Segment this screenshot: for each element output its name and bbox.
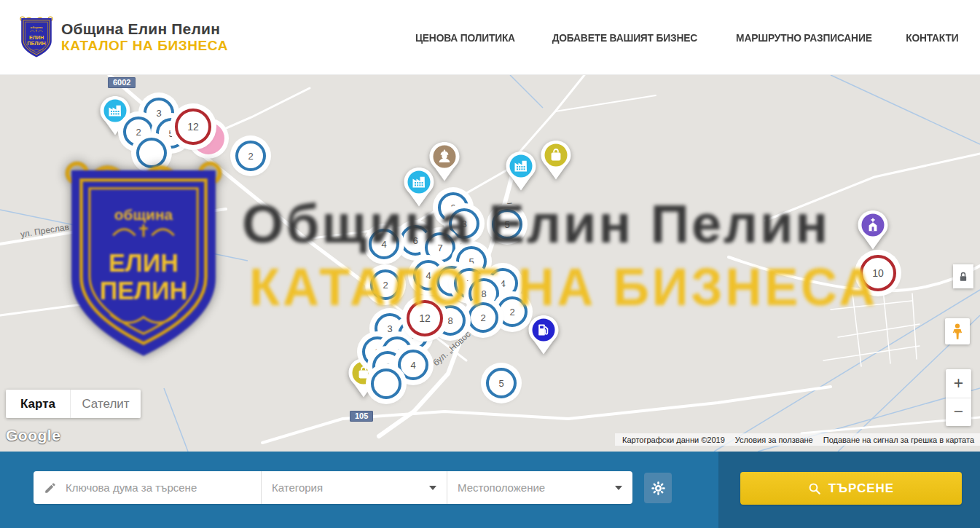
nav-item[interactable]: ДОБАВЕТЕ ВАШИЯТ БИЗНЕС bbox=[552, 31, 697, 44]
map-type-satellite-button[interactable]: Сателит bbox=[70, 390, 141, 418]
site-header: община ЕЛИН ПЕЛИН Община Елин Пелин КАТА… bbox=[0, 0, 980, 75]
cluster-count: 8 bbox=[447, 315, 452, 326]
cluster-count: 5 bbox=[168, 128, 173, 139]
cluster-count: 3 bbox=[387, 323, 392, 334]
map-type-control: Карта Сателит bbox=[6, 390, 141, 418]
cluster-marker[interactable] bbox=[371, 369, 401, 399]
search-button-label: ТЪРСЕНЕ bbox=[828, 481, 894, 496]
road-badge: 6002 bbox=[108, 77, 136, 88]
attribution-link[interactable]: Подаване на сигнал за грешка в картата bbox=[823, 436, 974, 444]
lock-icon bbox=[956, 269, 971, 284]
search-bar: Категория Местоположение bbox=[0, 452, 980, 528]
site-title: Община Елин Пелин bbox=[61, 20, 228, 38]
cluster-count: 4 bbox=[410, 360, 415, 371]
category-select[interactable]: Категория bbox=[261, 471, 447, 504]
fuel-pin[interactable] bbox=[528, 315, 560, 358]
factory-pin[interactable] bbox=[403, 167, 435, 210]
cluster-marker[interactable]: 2 bbox=[497, 296, 528, 327]
magnifier-icon bbox=[808, 482, 821, 495]
cluster-count: 6 bbox=[412, 235, 418, 246]
cluster-count: 5 bbox=[469, 256, 474, 267]
pencil-icon bbox=[44, 481, 57, 494]
map-canvas[interactable]: 6002105ул. Преславбул. „Новоселци" bbox=[0, 75, 980, 452]
cluster-marker[interactable]: 7 bbox=[425, 232, 455, 263]
cluster-count: 4 bbox=[381, 239, 386, 250]
nav-item[interactable]: КОНТАКТИ bbox=[906, 31, 959, 44]
cluster-count: 2 bbox=[509, 307, 514, 318]
chevron-down-icon bbox=[429, 486, 436, 490]
attribution-text: Картографски данни ©2019 bbox=[622, 436, 725, 444]
svg-text:община: община bbox=[31, 25, 43, 29]
cluster-count: 4 bbox=[500, 278, 505, 289]
chevron-down-icon bbox=[615, 486, 622, 490]
cluster-marker[interactable]: 2 bbox=[370, 269, 401, 300]
cluster-count: 2 bbox=[480, 312, 485, 323]
pegman-button[interactable] bbox=[945, 318, 970, 344]
cluster-count: 2 bbox=[383, 280, 388, 291]
site-subtitle: КАТАЛОГ НА БИЗНЕСА bbox=[61, 38, 228, 54]
location-select-value: Местоположение bbox=[458, 481, 545, 494]
cluster-marker[interactable]: 4 bbox=[369, 229, 399, 259]
cluster-marker[interactable]: 5 bbox=[492, 209, 522, 240]
map-attribution: Картографски данни ©2019Условия за ползв… bbox=[615, 433, 980, 446]
main-nav: ЦЕНОВА ПОЛИТИКАДОБАВЕТЕ ВАШИЯТ БИЗНЕСМАР… bbox=[411, 31, 961, 44]
cluster-marker[interactable]: 2 bbox=[468, 302, 498, 333]
cluster-marker[interactable]: 4 bbox=[398, 350, 428, 380]
keyword-search-input[interactable] bbox=[64, 481, 251, 494]
cluster-marker[interactable]: 12 bbox=[175, 109, 211, 145]
zoom-in-button[interactable]: + bbox=[946, 369, 971, 398]
cluster-count: 3 bbox=[156, 108, 161, 119]
cluster-marker[interactable]: 2 bbox=[235, 141, 266, 171]
zoom-control: + − bbox=[946, 369, 971, 426]
cluster-count: 2 bbox=[248, 151, 253, 162]
road-badge: 105 bbox=[350, 411, 373, 422]
municipality-crest-icon: община ЕЛИН ПЕЛИН bbox=[19, 15, 54, 59]
search-button[interactable]: ТЪРСЕНЕ bbox=[740, 472, 962, 505]
svg-text:ПЕЛИН: ПЕЛИН bbox=[27, 40, 45, 47]
zoom-out-button[interactable]: − bbox=[946, 398, 971, 427]
site-logo[interactable]: община ЕЛИН ПЕЛИН Община Елин Пелин КАТА… bbox=[19, 15, 228, 59]
nav-item[interactable]: ЦЕНОВА ПОЛИТИКА bbox=[415, 31, 515, 44]
google-logo[interactable]: Google bbox=[6, 427, 60, 444]
cluster-marker[interactable] bbox=[136, 138, 167, 168]
advanced-settings-button[interactable] bbox=[644, 473, 672, 503]
category-select-value: Категория bbox=[272, 481, 323, 494]
lock-button[interactable] bbox=[953, 264, 973, 288]
cluster-count: 10 bbox=[872, 267, 884, 279]
search-input-group: Категория Местоположение bbox=[34, 471, 632, 504]
nav-item[interactable]: МАРШРУТНО РАЗПИСАНИЕ bbox=[736, 31, 872, 44]
location-select[interactable]: Местоположение bbox=[447, 471, 632, 504]
map-type-map-button[interactable]: Карта bbox=[6, 390, 70, 418]
cluster-marker[interactable]: 12 bbox=[407, 300, 443, 336]
cluster-count: 8 bbox=[481, 288, 486, 299]
cluster-count: 3 bbox=[461, 218, 466, 229]
factory-pin[interactable] bbox=[505, 151, 537, 194]
cluster-marker[interactable]: 10 bbox=[860, 255, 896, 291]
keyword-section bbox=[34, 471, 261, 504]
attribution-link[interactable]: Условия за ползване bbox=[735, 436, 813, 444]
cluster-marker[interactable]: 5 bbox=[486, 368, 517, 398]
gear-icon bbox=[651, 481, 666, 496]
cluster-count: 4 bbox=[426, 270, 431, 281]
cluster-count: 5 bbox=[504, 219, 509, 230]
church-pin[interactable] bbox=[857, 210, 889, 253]
cluster-count: 12 bbox=[187, 121, 199, 133]
cluster-count: 7 bbox=[437, 243, 442, 253]
cluster-count: 12 bbox=[419, 312, 431, 324]
pegman-icon bbox=[949, 322, 965, 341]
cluster-count: 2 bbox=[136, 127, 141, 138]
bag-pin[interactable] bbox=[540, 140, 572, 184]
cluster-marker[interactable]: 3 bbox=[449, 208, 479, 239]
cluster-count: 5 bbox=[498, 378, 503, 389]
